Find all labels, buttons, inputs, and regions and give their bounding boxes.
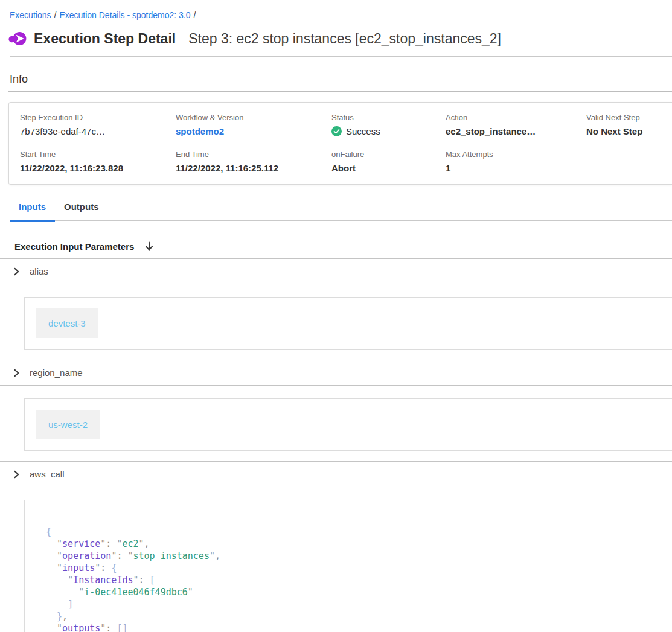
success-check-icon	[331, 126, 342, 136]
parameters-header-row: Execution Input Parameters	[0, 234, 672, 258]
chevron-right-icon	[12, 369, 21, 377]
param-name: alias	[30, 266, 48, 276]
execution-input-parameters: Execution Input Parameters alias devtest…	[0, 234, 672, 632]
info-heading: Info	[10, 73, 672, 86]
info-card: Step Execution ID 7b73f93e-edaf-47c… Wor…	[8, 102, 672, 185]
breadcrumb-link-executions[interactable]: Executions	[10, 10, 51, 20]
param-row-region-name[interactable]: region_name	[0, 360, 672, 386]
param-content-region-name: us-west-2	[0, 386, 672, 461]
page-subtitle: Step 3: ec2 stop instances [ec2_stop_ins…	[188, 31, 501, 47]
info-field-valid-next-step: Valid Next Step No Next Step	[586, 113, 672, 136]
json-code: { "service": "ec2", "operation": "stop_i…	[46, 526, 660, 632]
tab-outputs[interactable]: Outputs	[55, 199, 108, 222]
info-field-max-attempts: Max Attempts 1	[446, 150, 586, 173]
param-content-alias: devtest-3	[0, 284, 672, 360]
param-name: aws_call	[30, 469, 65, 479]
breadcrumb: Executions/Execution Details - spotdemo2…	[0, 0, 672, 20]
workflow-link[interactable]: spotdemo2	[176, 126, 331, 136]
workflow-logo-icon	[8, 30, 27, 48]
param-row-aws-call[interactable]: aws_call	[0, 461, 672, 487]
info-field-workflow-version: Workflow & Version spotdemo2	[176, 113, 331, 136]
page-title: Execution Step Detail	[34, 31, 176, 47]
breadcrumb-link-execution-details[interactable]: Execution Details - spotdemo2: 3.0	[59, 10, 190, 20]
info-field-step-execution-id: Step Execution ID 7b73f93e-edaf-47c…	[20, 113, 176, 136]
divider	[8, 91, 672, 92]
info-field-start-time: Start Time 11/22/2022, 11:16:23.828	[20, 150, 176, 173]
tab-bar: Inputs Outputs	[10, 199, 672, 221]
param-content-aws-call: { "service": "ec2", "operation": "stop_i…	[0, 487, 672, 632]
divider	[10, 56, 672, 57]
chevron-right-icon	[12, 267, 21, 276]
tab-inputs[interactable]: Inputs	[10, 199, 55, 222]
param-row-alias[interactable]: alias	[0, 258, 672, 284]
chevron-right-icon	[12, 470, 21, 479]
arrow-down-icon[interactable]	[144, 241, 155, 252]
info-field-action: Action ec2_stop_instance…	[446, 113, 586, 136]
breadcrumb-separator: /	[54, 10, 56, 20]
status-badge: Success	[346, 126, 380, 136]
info-field-onfailure: onFailure Abort	[331, 150, 446, 173]
parameters-header-label: Execution Input Parameters	[14, 241, 134, 252]
page-title-row: Execution Step Detail Step 3: ec2 stop i…	[0, 20, 672, 48]
info-field-status: Status Success	[331, 113, 446, 136]
param-value-chip: devtest-3	[36, 308, 98, 338]
breadcrumb-separator: /	[194, 10, 196, 20]
info-field-end-time: End Time 11/22/2022, 11:16:25.112	[176, 150, 331, 173]
param-value-chip: us-west-2	[36, 410, 100, 439]
param-name: region_name	[30, 368, 83, 378]
